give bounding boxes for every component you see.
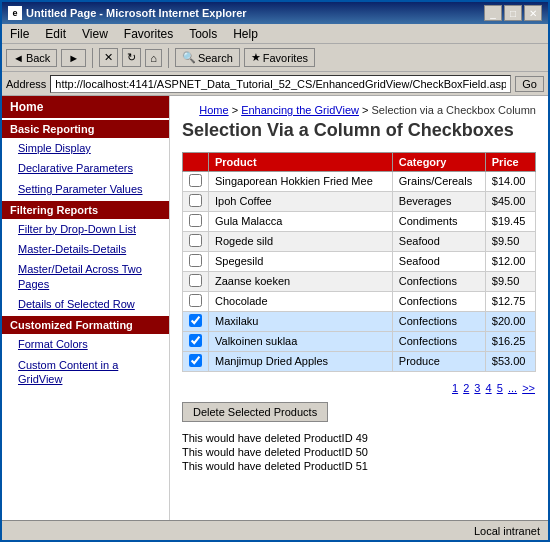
breadcrumb-current: Selection via a Checkbox Column: [372, 104, 536, 116]
title-bar-text: e Untitled Page - Microsoft Internet Exp…: [8, 6, 247, 20]
table-row: Spegesild Seafood $12.00: [183, 251, 536, 271]
sidebar-item-details-row[interactable]: Details of Selected Row: [2, 294, 169, 314]
toolbar-separator2: [168, 48, 169, 68]
page-4[interactable]: 4: [486, 382, 492, 394]
menu-view[interactable]: View: [78, 26, 112, 42]
favorites-button[interactable]: ★ Favorites: [244, 48, 315, 67]
row-checkbox-cell[interactable]: [183, 331, 209, 351]
sidebar-item-custom-content[interactable]: Custom Content in a GridView: [2, 355, 169, 390]
home-button[interactable]: ⌂: [145, 49, 162, 67]
page-3[interactable]: 3: [474, 382, 480, 394]
sidebar-item-format-colors[interactable]: Format Colors: [2, 334, 169, 354]
address-label: Address: [6, 78, 46, 90]
sidebar-section-filtering[interactable]: Filtering Reports: [2, 201, 169, 219]
address-bar: Address Go: [2, 72, 548, 96]
table-row: Singaporean Hokkien Fried Mee Grains/Cer…: [183, 171, 536, 191]
row-checkbox[interactable]: [189, 334, 202, 347]
page-1[interactable]: 1: [452, 382, 458, 394]
page-title: Selection Via a Column of Checkboxes: [182, 120, 536, 142]
col-header-price: Price: [485, 152, 535, 171]
row-checkbox[interactable]: [189, 314, 202, 327]
row-checkbox[interactable]: [189, 294, 202, 307]
menu-help[interactable]: Help: [229, 26, 262, 42]
row-product: Valkoinen suklaa: [209, 331, 393, 351]
row-checkbox-cell[interactable]: [183, 311, 209, 331]
page-next[interactable]: >>: [522, 382, 535, 394]
status-bar: Local intranet: [2, 520, 548, 540]
sidebar-item-setting-params[interactable]: Setting Parameter Values: [2, 179, 169, 199]
breadcrumb-home[interactable]: Home: [199, 104, 228, 116]
row-product: Ipoh Coffee: [209, 191, 393, 211]
row-checkbox[interactable]: [189, 254, 202, 267]
stop-button[interactable]: ✕: [99, 48, 118, 67]
sidebar-item-declarative-params[interactable]: Declarative Parameters: [2, 158, 169, 178]
table-row: Chocolade Confections $12.75: [183, 291, 536, 311]
browser-window: e Untitled Page - Microsoft Internet Exp…: [0, 0, 550, 542]
page-2[interactable]: 2: [463, 382, 469, 394]
sidebar-home[interactable]: Home: [2, 96, 169, 118]
toolbar-separator: [92, 48, 93, 68]
row-category: Produce: [392, 351, 485, 371]
row-product: Maxilaku: [209, 311, 393, 331]
table-row: Rogede sild Seafood $9.50: [183, 231, 536, 251]
sidebar-item-master-details[interactable]: Master-Details-Details: [2, 239, 169, 259]
page-ellipsis[interactable]: ...: [508, 382, 517, 394]
row-checkbox-cell[interactable]: [183, 351, 209, 371]
row-category: Grains/Cereals: [392, 171, 485, 191]
row-checkbox[interactable]: [189, 354, 202, 367]
row-checkbox[interactable]: [189, 234, 202, 247]
row-price: $16.25: [485, 331, 535, 351]
row-price: $9.50: [485, 271, 535, 291]
go-button[interactable]: Go: [515, 76, 544, 92]
status-text: Local intranet: [474, 525, 540, 537]
row-product: Gula Malacca: [209, 211, 393, 231]
sidebar-item-filter-dropdown[interactable]: Filter by Drop-Down List: [2, 219, 169, 239]
deleted-message: This would have deleted ProductID 51: [182, 460, 536, 472]
deleted-message: This would have deleted ProductID 49: [182, 432, 536, 444]
row-price: $14.00: [485, 171, 535, 191]
table-row: Manjimup Dried Apples Produce $53.00: [183, 351, 536, 371]
ie-icon: e: [8, 6, 22, 20]
product-table: Product Category Price Singaporean Hokki…: [182, 152, 536, 372]
delete-button[interactable]: Delete Selected Products: [182, 402, 328, 422]
row-category: Seafood: [392, 231, 485, 251]
sidebar-section-basic-reporting[interactable]: Basic Reporting: [2, 120, 169, 138]
close-button[interactable]: ✕: [524, 5, 542, 21]
row-checkbox-cell[interactable]: [183, 271, 209, 291]
row-checkbox-cell[interactable]: [183, 171, 209, 191]
row-checkbox[interactable]: [189, 194, 202, 207]
col-header-category: Category: [392, 152, 485, 171]
page-5[interactable]: 5: [497, 382, 503, 394]
row-checkbox-cell[interactable]: [183, 191, 209, 211]
row-checkbox[interactable]: [189, 174, 202, 187]
row-checkbox-cell[interactable]: [183, 291, 209, 311]
row-checkbox-cell[interactable]: [183, 251, 209, 271]
menu-tools[interactable]: Tools: [185, 26, 221, 42]
menu-edit[interactable]: Edit: [41, 26, 70, 42]
address-input[interactable]: [50, 75, 511, 93]
menu-favorites[interactable]: Favorites: [120, 26, 177, 42]
row-checkbox[interactable]: [189, 274, 202, 287]
row-checkbox[interactable]: [189, 214, 202, 227]
forward-button[interactable]: ►: [61, 49, 86, 67]
breadcrumb-enhancing[interactable]: Enhancing the GridView: [241, 104, 359, 116]
row-price: $12.00: [485, 251, 535, 271]
minimize-button[interactable]: _: [484, 5, 502, 21]
refresh-button[interactable]: ↻: [122, 48, 141, 67]
search-button[interactable]: 🔍 Search: [175, 48, 240, 67]
sidebar-item-master-detail-pages[interactable]: Master/Detail Across Two Pages: [2, 259, 169, 294]
sidebar-section-formatting[interactable]: Customized Formatting: [2, 316, 169, 334]
row-category: Confections: [392, 311, 485, 331]
table-row: Gula Malacca Condiments $19.45: [183, 211, 536, 231]
row-checkbox-cell[interactable]: [183, 211, 209, 231]
sidebar-item-simple-display[interactable]: Simple Display: [2, 138, 169, 158]
row-category: Confections: [392, 271, 485, 291]
menu-file[interactable]: File: [6, 26, 33, 42]
row-category: Beverages: [392, 191, 485, 211]
row-product: Singaporean Hokkien Fried Mee: [209, 171, 393, 191]
row-checkbox-cell[interactable]: [183, 231, 209, 251]
maximize-button[interactable]: □: [504, 5, 522, 21]
table-row: Ipoh Coffee Beverages $45.00: [183, 191, 536, 211]
table-row: Valkoinen suklaa Confections $16.25: [183, 331, 536, 351]
back-button[interactable]: ◄ Back: [6, 49, 57, 67]
